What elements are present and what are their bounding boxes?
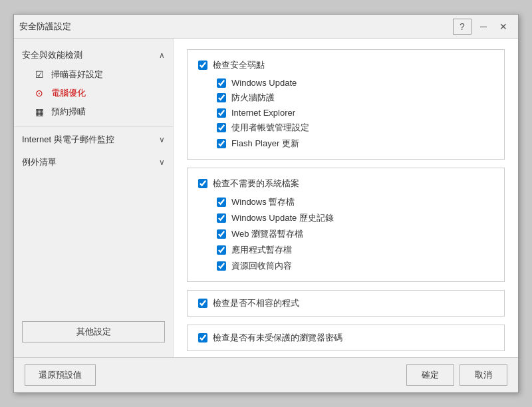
sidebar-item-scan-settings[interactable]: ☑ 掃瞄喜好設定	[14, 65, 173, 84]
sidebar-header-security[interactable]: 安全與效能檢測 ∧	[14, 45, 173, 65]
section3-label: 檢查是否不相容的程式	[213, 297, 299, 309]
section2-sub3-checkbox[interactable]	[217, 245, 226, 255]
section-browser-passwords: 檢查是否有未受保護的瀏覽器密碼	[187, 325, 505, 351]
sidebar-header-internet[interactable]: Internet 與電子郵件監控 ∨	[14, 130, 173, 150]
pc-optimize-icon: ⊙	[33, 88, 46, 98]
sidebar-section-security: 安全與效能檢測 ∧ ☑ 掃瞄喜好設定 ⊙ 電腦優化 ▦ 預約掃瞄	[14, 45, 173, 121]
section1-sub2-checkbox[interactable]	[217, 108, 226, 118]
section1-title-row: 檢查安全弱點	[198, 59, 493, 71]
section2-title-row: 檢查不需要的系統檔案	[198, 178, 493, 190]
footer-right: 確定 取消	[406, 364, 507, 386]
section1-sub3-checkbox[interactable]	[217, 123, 226, 132]
section2-sub1-label: Windows Update 歷史記錄	[231, 212, 334, 224]
chevron-down-icon-exceptions: ∨	[159, 158, 165, 167]
section2-title-label: 檢查不需要的系統檔案	[213, 178, 299, 190]
sidebar-section-internet: Internet 與電子郵件監控 ∨	[14, 130, 173, 150]
section1-subitem-3: 使用者帳號管理設定	[217, 122, 493, 134]
section2-subitem-2: Web 瀏覽器暫存檔	[217, 228, 493, 240]
minimize-button[interactable]: ─	[474, 19, 493, 35]
section2-subitem-4: 資源回收筒內容	[217, 260, 493, 272]
section2-sub2-checkbox[interactable]	[217, 229, 226, 239]
close-button[interactable]: ✕	[494, 19, 513, 35]
section3-checkbox[interactable]	[198, 299, 207, 308]
section-incompatible: 檢查是否不相容的程式	[187, 290, 505, 317]
section1-sub2-label: Internet Explorer	[231, 108, 295, 118]
section2-subitems: Windows 暫存檔 Windows Update 歷史記錄 Web 瀏覽器暫…	[198, 196, 493, 272]
section1-checkbox[interactable]	[198, 61, 207, 70]
sidebar-spacer	[14, 175, 173, 313]
sidebar-section-exceptions-label: 例外清單	[22, 156, 57, 168]
section2-sub3-label: 應用程式暫存檔	[231, 244, 292, 256]
section1-title-check[interactable]: 檢查安全弱點	[198, 59, 265, 71]
section2-sub0-label: Windows 暫存檔	[231, 196, 295, 208]
sidebar: 安全與效能檢測 ∧ ☑ 掃瞄喜好設定 ⊙ 電腦優化 ▦ 預約掃瞄	[14, 39, 174, 357]
sidebar-bottom: 其他設定	[14, 313, 173, 350]
section-system-files: 檢查不需要的系統檔案 Windows 暫存檔 Windows Update 歷史…	[187, 168, 505, 282]
footer-left: 還原預設值	[25, 364, 96, 386]
section2-sub4-label: 資源回收筒內容	[231, 260, 292, 272]
sidebar-item-scheduled-scan[interactable]: ▦ 預約掃瞄	[14, 102, 173, 121]
section2-checkbox[interactable]	[198, 179, 207, 188]
section4-checkbox[interactable]	[198, 333, 207, 342]
section2-subitem-3: 應用程式暫存檔	[217, 244, 493, 256]
footer: 還原預設值 確定 取消	[14, 357, 518, 392]
section4-label: 檢查是否有未受保護的瀏覽器密碼	[213, 332, 342, 344]
cancel-button[interactable]: 取消	[460, 364, 507, 386]
section1-title-label: 檢查安全弱點	[213, 59, 265, 71]
sidebar-item-pc-optimize-label: 電腦優化	[51, 87, 86, 99]
main-panel: 檢查安全弱點 Windows Update 防火牆防護 Internet Exp…	[174, 39, 518, 357]
section1-sub0-checkbox[interactable]	[217, 78, 226, 88]
section3-check[interactable]: 檢查是否不相容的程式	[198, 297, 493, 309]
section1-subitem-1: 防火牆防護	[217, 92, 493, 104]
sidebar-item-scan-settings-label: 掃瞄喜好設定	[51, 68, 103, 80]
main-window: 安全防護設定 ? ─ ✕ 安全與效能檢測 ∧ ☑ 掃瞄喜好設定 ⊙ 電	[13, 14, 519, 393]
titlebar-controls: ─ ✕	[474, 19, 513, 35]
window-title: 安全防護設定	[19, 21, 453, 33]
section1-sub4-checkbox[interactable]	[217, 139, 226, 148]
titlebar: 安全防護設定 ? ─ ✕	[14, 15, 518, 39]
section2-subitem-1: Windows Update 歷史記錄	[217, 212, 493, 224]
scheduled-scan-icon: ▦	[33, 106, 46, 117]
sidebar-section-internet-label: Internet 與電子郵件監控	[22, 134, 114, 146]
section1-subitem-2: Internet Explorer	[217, 108, 493, 118]
section-security-vulnerabilities: 檢查安全弱點 Windows Update 防火牆防護 Internet Exp…	[187, 49, 505, 160]
sidebar-header-exceptions[interactable]: 例外清單 ∨	[14, 152, 173, 172]
sidebar-section-exceptions: 例外清單 ∨	[14, 152, 173, 172]
sidebar-section-security-label: 安全與效能檢測	[22, 49, 82, 61]
section1-sub0-label: Windows Update	[231, 78, 297, 88]
sidebar-item-pc-optimize[interactable]: ⊙ 電腦優化	[14, 84, 173, 102]
section1-sub1-label: 防火牆防護	[231, 92, 275, 104]
section1-sub3-label: 使用者帳號管理設定	[231, 122, 309, 134]
section2-sub1-checkbox[interactable]	[217, 213, 226, 223]
sidebar-divider-1	[14, 126, 173, 127]
section1-subitem-4: Flash Player 更新	[217, 138, 493, 150]
section2-title-check[interactable]: 檢查不需要的系統檔案	[198, 178, 299, 190]
section1-subitems: Windows Update 防火牆防護 Internet Explorer 使…	[198, 78, 493, 150]
section2-sub0-checkbox[interactable]	[217, 198, 226, 207]
sidebar-item-scheduled-scan-label: 預約掃瞄	[51, 106, 86, 118]
confirm-button[interactable]: 確定	[406, 364, 454, 386]
chevron-up-icon: ∧	[159, 51, 165, 60]
other-settings-button[interactable]: 其他設定	[22, 321, 165, 342]
section1-sub4-label: Flash Player 更新	[231, 138, 299, 150]
section1-subitem-0: Windows Update	[217, 78, 493, 88]
section2-sub2-label: Web 瀏覽器暫存檔	[231, 228, 303, 240]
content-area: 安全與效能檢測 ∧ ☑ 掃瞄喜好設定 ⊙ 電腦優化 ▦ 預約掃瞄	[14, 39, 518, 357]
chevron-down-icon-internet: ∨	[159, 135, 165, 144]
section2-subitem-0: Windows 暫存檔	[217, 196, 493, 208]
section2-sub4-checkbox[interactable]	[217, 261, 226, 271]
help-button[interactable]: ?	[453, 19, 471, 35]
section1-sub1-checkbox[interactable]	[217, 93, 226, 102]
scan-settings-icon: ☑	[33, 69, 46, 80]
section4-check[interactable]: 檢查是否有未受保護的瀏覽器密碼	[198, 332, 493, 344]
restore-defaults-button[interactable]: 還原預設值	[25, 364, 96, 386]
